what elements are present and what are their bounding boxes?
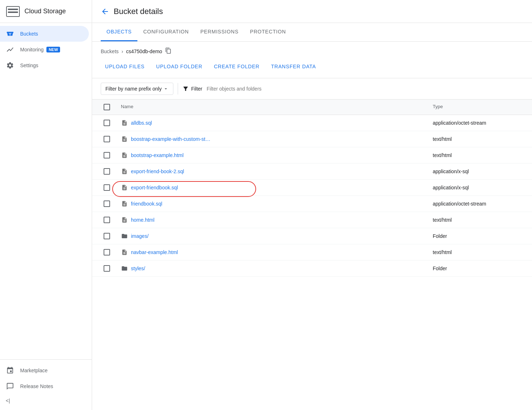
row-checkbox[interactable] — [104, 233, 110, 239]
header-name: Name — [118, 100, 430, 115]
row-type-cell: Folder — [430, 229, 523, 243]
table-row: bootstrap-example.html text/html — [92, 147, 532, 163]
sidebar-item-settings[interactable]: Settings — [0, 57, 89, 73]
filter-select[interactable]: Filter by name prefix only — [101, 83, 173, 95]
file-icon — [121, 168, 128, 175]
row-type-cell: application/octet-stream — [430, 197, 523, 211]
back-button[interactable] — [101, 7, 109, 16]
breadcrumb-current: cs4750db-demo — [126, 49, 162, 54]
row-checkbox-cell — [101, 180, 118, 195]
row-checkbox[interactable] — [104, 201, 110, 207]
file-icon — [121, 216, 128, 224]
row-checkbox[interactable] — [104, 217, 110, 223]
row-type-cell: Folder — [430, 261, 523, 276]
breadcrumb: Buckets › cs4750db-demo — [92, 42, 532, 58]
row-name-cell: friendbook.sql — [118, 196, 430, 212]
breadcrumb-separator: › — [122, 49, 123, 54]
row-type-cell: application/x-sql — [430, 164, 523, 179]
row-name-cell: export-friend-book-2.sql — [118, 163, 430, 179]
dropdown-arrow-icon — [163, 86, 169, 92]
row-name-cell: bootstrap-example.html — [118, 147, 430, 163]
sidebar-header: Cloud Storage — [0, 0, 92, 23]
sidebar-nav: Buckets Monitoring NEW Settings — [0, 23, 92, 359]
release-notes-icon — [6, 382, 14, 391]
sidebar-item-release-notes[interactable]: Release Notes — [0, 378, 89, 394]
file-link[interactable]: export-friendbook.sql — [131, 185, 178, 190]
file-link[interactable]: styles/ — [131, 266, 145, 271]
row-name-cell: boostrap-example-with-custom-st… — [118, 131, 430, 147]
page-title: Bucket details — [114, 7, 163, 16]
tab-protection[interactable]: PROTECTION — [244, 23, 292, 41]
upload-files-button[interactable]: UPLOAD FILES — [101, 61, 149, 72]
file-icon — [121, 200, 128, 207]
sidebar-item-marketplace[interactable]: Marketplace — [0, 363, 89, 378]
file-link[interactable]: friendbook.sql — [131, 201, 162, 207]
row-type-cell: application/octet-stream — [430, 116, 523, 130]
table-row: export-friend-book-2.sql application/x-s… — [92, 163, 532, 180]
row-checkbox[interactable] — [104, 184, 110, 191]
sidebar-item-buckets-label: Buckets — [20, 31, 38, 37]
sidebar-collapse-button[interactable]: <| — [0, 394, 92, 407]
row-name-cell: export-friendbook.sql — [118, 180, 430, 195]
filter-icon-button[interactable]: Filter — [182, 86, 202, 92]
row-checkbox[interactable] — [104, 265, 110, 272]
file-link[interactable]: export-friend-book-2.sql — [131, 169, 184, 174]
app-logo — [6, 6, 20, 17]
copy-bucket-name-icon[interactable] — [165, 47, 172, 55]
row-name-cell: home.html — [118, 212, 430, 228]
breadcrumb-parent[interactable]: Buckets — [101, 49, 119, 54]
filter-input[interactable] — [207, 86, 523, 92]
main-content: Bucket details OBJECTS CONFIGURATION PER… — [92, 0, 532, 410]
tab-permissions[interactable]: PERMISSIONS — [195, 23, 244, 41]
sidebar-item-buckets[interactable]: Buckets — [0, 26, 89, 42]
row-checkbox[interactable] — [104, 120, 110, 126]
row-checkbox[interactable] — [104, 152, 110, 158]
row-checkbox-cell — [101, 196, 118, 211]
file-link[interactable]: home.html — [131, 217, 154, 223]
file-link[interactable]: images/ — [131, 233, 149, 239]
file-link[interactable]: alldbs.sql — [131, 120, 152, 126]
filter-icon — [182, 86, 189, 92]
table-header: Name Type — [92, 100, 532, 115]
main-header: Bucket details — [92, 0, 532, 23]
row-checkbox[interactable] — [104, 168, 110, 175]
row-checkbox-cell — [101, 164, 118, 179]
file-icon — [121, 184, 128, 191]
files-table: Name Type alldbs.sql application/octet-s… — [92, 100, 532, 410]
sidebar-item-release-notes-label: Release Notes — [20, 383, 53, 389]
row-checkbox-cell — [101, 229, 118, 244]
sidebar-item-monitoring-label: Monitoring — [20, 47, 44, 52]
tabs-bar: OBJECTS CONFIGURATION PERMISSIONS PROTEC… — [92, 23, 532, 42]
row-type-cell: application/x-sql — [430, 180, 523, 195]
table-row: home.html text/html — [92, 212, 532, 228]
table-row: styles/ Folder — [92, 261, 532, 277]
row-type-cell: text/html — [430, 213, 523, 227]
header-checkbox — [101, 100, 118, 115]
file-link[interactable]: navbar-example.html — [131, 249, 178, 255]
transfer-data-button[interactable]: TRANSFER DATA — [267, 61, 320, 72]
sidebar-item-monitoring[interactable]: Monitoring NEW — [0, 42, 89, 57]
row-checkbox-cell — [101, 132, 118, 147]
monitoring-badge: NEW — [46, 47, 60, 52]
file-link[interactable]: boostrap-example-with-custom-st… — [131, 136, 210, 142]
upload-folder-button[interactable]: UPLOAD FOLDER — [152, 61, 207, 72]
filter-select-label: Filter by name prefix only — [105, 86, 162, 92]
file-link[interactable]: bootstrap-example.html — [131, 152, 183, 158]
row-checkbox-cell — [101, 148, 118, 163]
filter-divider — [178, 83, 178, 95]
row-checkbox-cell — [101, 115, 118, 130]
select-all-checkbox[interactable] — [104, 104, 110, 110]
row-type-cell: text/html — [430, 148, 523, 162]
row-name-cell: alldbs.sql — [118, 115, 430, 131]
tab-configuration[interactable]: CONFIGURATION — [137, 23, 195, 41]
table-row: friendbook.sql application/octet-stream — [92, 196, 532, 212]
create-folder-button[interactable]: CREATE FOLDER — [210, 61, 264, 72]
file-icon — [121, 119, 128, 126]
file-icon — [121, 152, 128, 159]
tab-objects[interactable]: OBJECTS — [101, 23, 137, 41]
row-checkbox[interactable] — [104, 249, 110, 255]
sidebar-bottom: Marketplace Release Notes <| — [0, 359, 92, 410]
file-icon — [121, 249, 128, 256]
row-checkbox[interactable] — [104, 136, 110, 142]
table-row: images/ Folder — [92, 228, 532, 244]
